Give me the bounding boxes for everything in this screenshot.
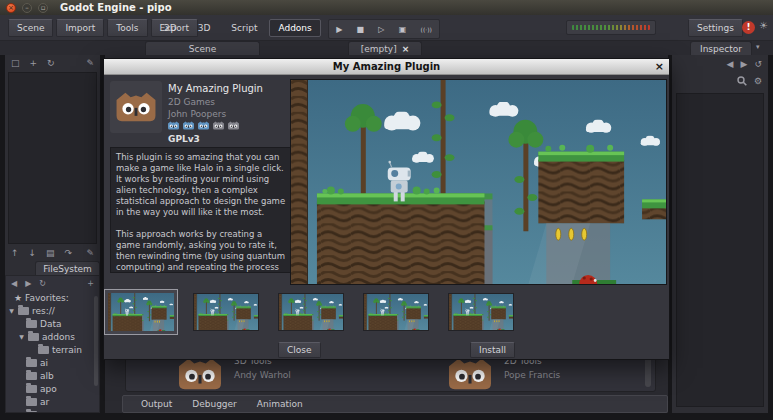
dialog-titlebar[interactable]: My Amazing Plugin × [104,59,669,75]
workspace-3d[interactable]: 3D [189,19,220,37]
inspector-forward-icon[interactable]: ▶ [741,59,748,69]
window-minimize-button[interactable]: – [22,3,32,13]
folder-label: ai [40,358,48,368]
performance-meter-fill [572,25,650,30]
duplicate-icon[interactable]: ▤ [46,248,55,258]
plugin-preview-image [290,79,667,285]
filesystem-scrollbar[interactable] [94,296,98,386]
plugin-category: 2D Games [168,97,215,107]
addon-author: Andy Warhol [234,370,291,380]
new-node-icon[interactable]: □ [11,58,20,68]
workspace-tabs: 2D 3D Script Addons [155,19,321,37]
tab-animation[interactable]: Animation [257,399,303,409]
add-node-icon[interactable]: + [30,58,38,68]
folder-label: apo [40,384,57,394]
folder-label: ar [40,397,49,407]
fs-folder-res[interactable]: ▼ res:// [6,304,99,317]
thumbnail-3[interactable] [278,293,344,331]
fs-folder-data[interactable]: Data [6,317,99,330]
workspace-addons[interactable]: Addons [269,19,320,37]
plugin-author: John Poopers [168,109,226,119]
plugin-rating [167,120,240,131]
plugin-description: This plugin is so amazing that you can m… [110,147,292,273]
gear-icon[interactable]: ⚙ [754,76,762,86]
move-up-icon[interactable]: ↑ [11,248,19,258]
menu-tools[interactable]: Tools [107,19,147,37]
inspector-dropdown-icon[interactable]: ▾ [756,43,760,51]
plugin-dialog: My Amazing Plugin × My Amazing Plugin 2D… [103,58,670,360]
fs-folder-ai[interactable]: ai [6,356,99,369]
menu-scene[interactable]: Scene [8,19,53,37]
tab-debugger[interactable]: Debugger [192,399,237,409]
plugin-license: GPLv3 [168,134,200,144]
play-icon[interactable]: ▶ [336,25,342,34]
folder-label: res:// [32,306,55,316]
fs-folder-alb[interactable]: alb [6,369,99,382]
attach-script-icon[interactable]: ✎ [86,248,94,258]
tab-empty-scene[interactable]: [empty] × [348,41,422,55]
reparent-icon[interactable]: ↷ [65,248,73,258]
close-button[interactable]: Close [278,342,321,358]
window-maximize-button[interactable]: ▫ [38,3,48,13]
fs-add-icon[interactable]: + [87,279,94,288]
fs-folder-arss[interactable]: arss [6,408,99,413]
plugin-name: My Amazing Plugin [168,83,263,94]
tab-scene-dock[interactable]: Scene [145,41,260,55]
inspector-content[interactable] [676,93,764,407]
playback-controls: ▶ ■ ▷ ▣ ((·)) [328,19,440,39]
godot-head-icon [113,87,159,127]
fs-forward-icon[interactable]: ▶ [25,279,31,288]
window-close-button[interactable]: × [6,3,16,13]
tab-filesystem[interactable]: FileSystem [35,261,100,275]
instance-scene-icon[interactable]: ↻ [47,58,55,68]
thumbnail-5[interactable] [448,293,514,331]
scene-tools-icon[interactable]: ✎ [86,58,94,68]
rating-icon [167,120,180,131]
inspector-tools-row: ⚙ [672,72,768,89]
fs-favorites[interactable]: ★ Favorites: [6,291,99,304]
empty-scene-label: [empty] [361,44,397,54]
scene-tree-panel[interactable] [8,72,97,244]
rating-icon [182,120,195,131]
dialog-close-icon[interactable]: × [655,60,664,73]
inspector-back-icon[interactable]: ◀ [727,59,734,69]
scene-tab-close-icon[interactable]: × [402,44,410,54]
dock-tab-row: Scene ▾ [empty] × Inspector ▾ [0,41,773,55]
play-scene-icon[interactable]: ▷ [378,25,384,34]
fs-folder-addons[interactable]: ▼ addons [6,330,99,343]
folder-label: Data [40,319,62,329]
install-button[interactable]: Install [470,342,515,358]
search-icon[interactable] [737,76,747,86]
thumbnail-1-selected[interactable] [104,289,178,335]
stop-icon[interactable]: ■ [357,25,365,34]
expand-icon[interactable]: ▼ [8,307,15,314]
workspace-script[interactable]: Script [222,19,266,37]
brightness-icon[interactable]: ☀ [759,20,768,31]
rating-icon [227,120,240,131]
expand-icon[interactable]: ▼ [18,333,25,340]
play-custom-scene-icon[interactable]: ▣ [399,25,407,34]
menu-import[interactable]: Import [56,19,104,37]
fs-folder-terrain[interactable]: terrain [6,343,99,356]
thumbnail-4[interactable] [363,293,429,331]
history-icon[interactable]: ↺ [754,59,762,69]
alert-icon[interactable]: ! [742,21,755,34]
scene-dock-bottom-toolbar: ↑ ↓ ▤ ↷ ✎ [5,245,100,261]
inspector-dock: ◀ ▶ ↺ ⚙ [672,55,768,413]
tab-inspector[interactable]: Inspector [690,41,752,55]
fs-folder-ar[interactable]: ar [6,395,99,408]
fs-folder-apo[interactable]: apo [6,382,99,395]
game-screenshot [291,80,666,284]
workspace-2d[interactable]: 2D [155,19,186,37]
deploy-icon[interactable]: ((·)) [421,26,432,33]
move-down-icon[interactable]: ↓ [29,248,37,258]
fs-refresh-icon[interactable]: ↻ [39,279,46,288]
window-title: Godot Engine - pipo [60,2,172,13]
bottom-panel: Output Debugger Animation [122,395,668,413]
thumbnail-2[interactable] [193,293,259,331]
godot-editor-window: × – ▫ Godot Engine - pipo Scene Import T… [0,0,773,420]
tab-output[interactable]: Output [141,399,172,409]
fs-back-icon[interactable]: ◀ [11,279,17,288]
editor-toolbar: Scene Import Tools Export 2D 3D Script A… [0,15,773,41]
settings-button[interactable]: Settings [688,19,743,37]
